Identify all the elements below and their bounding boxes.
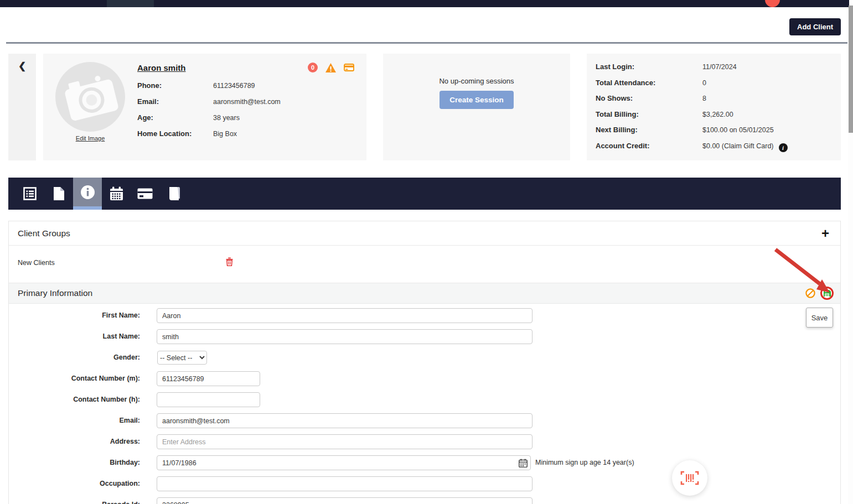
tab-list[interactable] bbox=[15, 178, 44, 210]
delete-group-button[interactable] bbox=[226, 257, 233, 268]
primary-info-title: Primary Information bbox=[18, 288, 92, 298]
add-client-button[interactable]: Add Client bbox=[789, 18, 841, 35]
avatar bbox=[55, 62, 125, 132]
credit-card-icon[interactable] bbox=[344, 64, 354, 71]
min-age-note: Minimum sign up age 14 year(s) bbox=[535, 455, 634, 470]
barcode-icon bbox=[680, 471, 699, 485]
header-divider bbox=[6, 42, 847, 44]
first-name-input[interactable] bbox=[157, 308, 533, 323]
group-name: New Clients bbox=[18, 259, 55, 267]
no-sessions-text: No up-coming sessions bbox=[439, 77, 514, 85]
sessions-card: No up-coming sessions Create Session bbox=[383, 54, 570, 160]
client-group-row: New Clients bbox=[9, 246, 840, 283]
calendar-icon bbox=[519, 459, 528, 467]
active-nav-item[interactable] bbox=[107, 0, 154, 7]
stat-last-login: Last Login:11/07/2024 bbox=[596, 63, 788, 79]
client-tab-bar bbox=[8, 178, 841, 210]
profile-field-home-location: Home Location:Big Box bbox=[137, 129, 281, 146]
stat-no-shows: No Shows:8 bbox=[596, 94, 788, 110]
tab-credit-card[interactable] bbox=[131, 178, 159, 210]
email-input[interactable] bbox=[157, 413, 533, 428]
contact-home-input[interactable] bbox=[157, 392, 260, 407]
last-name-input[interactable] bbox=[157, 329, 533, 344]
profile-field-age: Age:38 years bbox=[137, 113, 281, 129]
form-row-gender: Gender: -- Select -- bbox=[9, 350, 840, 365]
form-row-first-name: First Name: bbox=[9, 308, 840, 323]
gender-select[interactable]: -- Select -- bbox=[157, 351, 207, 365]
form-row-occupation: Occupation: bbox=[9, 476, 840, 491]
form-row-birthday: Birthday: Minimum sign up age 14 year(s) bbox=[9, 455, 840, 470]
info-icon bbox=[80, 185, 95, 200]
stats-card: Last Login:11/07/2024 Total Attendance:0… bbox=[587, 54, 841, 160]
profile-field-email: Email:aaronsmith@test.com bbox=[137, 97, 281, 113]
profile-card: Edit Image Aaron smith 0 Phone:611234567… bbox=[43, 54, 366, 160]
birthday-input[interactable] bbox=[157, 455, 531, 470]
create-session-button[interactable]: Create Session bbox=[440, 91, 514, 109]
back-chevron-icon[interactable]: ❮ bbox=[18, 60, 26, 72]
tab-document[interactable] bbox=[44, 178, 73, 210]
stat-next-billing: Next Billing:$100.00 on 05/01/2025 bbox=[596, 126, 788, 142]
tab-info-active[interactable] bbox=[73, 178, 102, 210]
calendar-icon bbox=[110, 186, 123, 201]
profile-fields: Phone:61123456789 Email:aaronsmith@test.… bbox=[137, 81, 281, 146]
datepicker-button[interactable] bbox=[519, 459, 528, 470]
client-detail-page: Add Client ❮ Edit Image Aaron smith 0 bbox=[0, 0, 853, 504]
cancel-button[interactable] bbox=[805, 288, 815, 298]
client-groups-title: Client Groups bbox=[18, 228, 70, 238]
back-panel: ❮ bbox=[8, 54, 36, 160]
info-icon[interactable]: i bbox=[779, 143, 788, 152]
save-button[interactable] bbox=[820, 287, 834, 300]
alert-count-badge-icon[interactable]: 0 bbox=[308, 63, 318, 72]
form-row-contact-home: Contact Number (h): bbox=[9, 392, 840, 407]
client-name-link[interactable]: Aaron smith bbox=[137, 63, 186, 72]
book-icon bbox=[167, 186, 180, 201]
form-row-barcode-id: Barcode Id: bbox=[9, 497, 840, 504]
list-icon bbox=[23, 186, 37, 201]
occupation-input[interactable] bbox=[157, 476, 533, 491]
profile-field-phone: Phone:61123456789 bbox=[137, 81, 281, 97]
scrollbar-thumb[interactable] bbox=[849, 6, 853, 133]
tab-book[interactable] bbox=[159, 178, 188, 210]
stat-account-credit: Account Credit:$0.00 (Claim Gift Card)i bbox=[596, 142, 788, 158]
primary-info-header: Primary Information bbox=[9, 283, 840, 304]
top-navbar bbox=[0, 0, 849, 7]
form-row-address: Address: bbox=[9, 434, 840, 449]
client-groups-header: Client Groups + bbox=[9, 221, 840, 246]
barcode-id-input[interactable] bbox=[157, 497, 533, 504]
stat-total-billing: Total Billing:$3,262.00 bbox=[596, 110, 788, 126]
client-detail-section: Client Groups + New Clients Primary Info… bbox=[8, 221, 841, 504]
barcode-scan-button[interactable] bbox=[672, 460, 707, 496]
save-icon bbox=[823, 289, 831, 297]
tab-calendar[interactable] bbox=[102, 178, 131, 210]
stat-total-attendance: Total Attendance:0 bbox=[596, 79, 788, 95]
camera-icon bbox=[61, 71, 120, 123]
edit-image-link[interactable]: Edit Image bbox=[55, 135, 125, 142]
form-row-last-name: Last Name: bbox=[9, 329, 840, 344]
contact-mobile-input[interactable] bbox=[157, 371, 260, 386]
trash-icon bbox=[226, 257, 233, 266]
credit-card-icon bbox=[137, 188, 153, 199]
document-icon bbox=[53, 186, 65, 201]
address-input[interactable] bbox=[157, 434, 533, 449]
notification-badge-icon[interactable] bbox=[765, 0, 780, 7]
warning-icon[interactable] bbox=[325, 63, 336, 72]
form-row-email: Email: bbox=[9, 413, 840, 428]
form-row-contact-mobile: Contact Number (m): bbox=[9, 371, 840, 386]
cancel-icon bbox=[805, 288, 815, 298]
add-group-button[interactable]: + bbox=[821, 227, 829, 240]
